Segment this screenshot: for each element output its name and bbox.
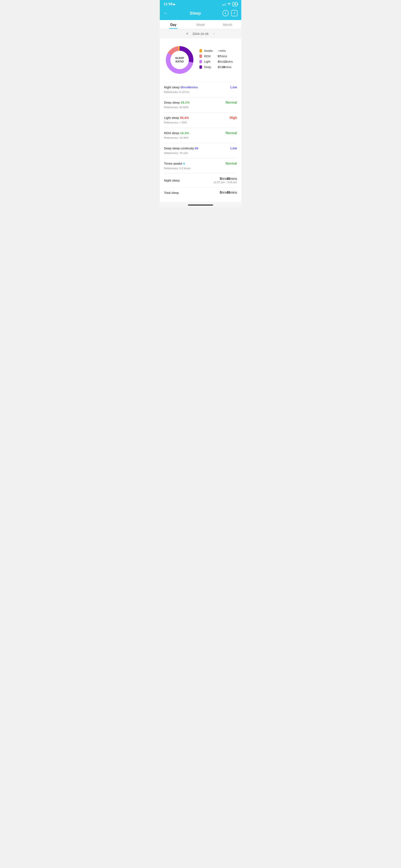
- stats-section: Night sleep 5hrs48mins Low References: 6…: [164, 82, 237, 198]
- stat-rem-sleep: REM sleep 16.3% Normal References: 10-30…: [164, 128, 237, 143]
- rem-label: REM: [204, 55, 216, 58]
- legend-light: Light 3hrs13mins: [199, 60, 237, 63]
- night-sleep-value: 5hrs48mins: [181, 86, 198, 89]
- light-color-dot: [199, 60, 202, 63]
- rem-sleep-status: Normal: [225, 131, 237, 135]
- times-awake-ref: References: 0-2 times: [164, 167, 190, 170]
- awake-color-dot: [199, 49, 202, 53]
- bottom-bar: [160, 202, 241, 207]
- stat-deep-continuity: Deep sleep continuity 60 Low References:…: [164, 143, 237, 158]
- header-icons: ℹ 7: [222, 10, 238, 16]
- location-icon: ▶: [173, 3, 176, 6]
- battery-icon: 36: [232, 2, 238, 6]
- tab-week[interactable]: Week: [187, 20, 214, 29]
- legend-rem: REM 57mins: [199, 55, 237, 58]
- night-sleep-status: Low: [230, 86, 237, 89]
- current-date: 2024-10-26: [192, 32, 209, 35]
- light-sleep-ref: References: < 55%: [164, 121, 187, 124]
- legend-awake: Awake --mins: [199, 49, 237, 53]
- status-right: 36: [222, 2, 238, 6]
- tab-month[interactable]: Month: [214, 20, 241, 29]
- main-content: SLEEP RATIO Awake --mins REM 57mins: [160, 38, 241, 202]
- night-sleep-summary-right: 5hrs48mins 11:57 pm - 5:45 am: [213, 177, 237, 184]
- prev-date-button[interactable]: <: [186, 32, 188, 36]
- total-sleep-label: Total sleep: [164, 191, 179, 194]
- wifi-icon: [227, 2, 231, 6]
- home-indicator: [188, 205, 213, 206]
- next-date-button[interactable]: >: [213, 32, 215, 36]
- status-bar: 11:58 ▶ 36: [160, 0, 241, 8]
- times-awake-value: 0: [183, 162, 185, 165]
- awake-value: --mins: [218, 49, 226, 53]
- date-nav: < 2024-10-26 >: [160, 29, 241, 38]
- deep-sleep-status: Normal: [225, 101, 237, 104]
- stat-night-sleep: Night sleep 5hrs48mins Low References: 6…: [164, 82, 237, 97]
- legend-deep: Deep 1hr38mins: [199, 65, 237, 69]
- night-sleep-summary-label: Night sleep: [164, 179, 180, 182]
- deep-sleep-value: 28.1%: [181, 101, 190, 104]
- rem-color-dot: [199, 55, 202, 58]
- page-title: Sleep: [190, 11, 201, 16]
- back-button[interactable]: ←: [163, 10, 168, 16]
- awake-label: Awake: [204, 49, 216, 53]
- light-sleep-status: High: [229, 116, 237, 120]
- app-header: ← Sleep ℹ 7: [160, 8, 241, 20]
- stat-light-sleep: Light sleep 55.4% High References: < 55%: [164, 113, 237, 128]
- status-time: 11:58 ▶: [163, 2, 176, 6]
- deep-color-dot: [199, 65, 202, 69]
- rem-value: 57mins: [218, 55, 227, 58]
- night-sleep-timerange: 11:57 pm - 5:45 am: [213, 181, 237, 184]
- tab-day[interactable]: Day: [160, 20, 187, 29]
- sleep-ratio-section: SLEEP RATIO Awake --mins REM 57mins: [164, 42, 237, 75]
- sleep-legend: Awake --mins REM 57mins Light 3hrs13mins: [199, 49, 237, 71]
- stat-deep-sleep: Deep sleep 28.1% Normal References: 20-6…: [164, 97, 237, 113]
- deep-continuity-value: 60: [195, 147, 198, 150]
- times-awake-label: Times awake 0: [164, 162, 185, 165]
- deep-sleep-label: Deep sleep 28.1%: [164, 101, 190, 104]
- total-sleep-row: Total sleep 5hrs48mins: [164, 187, 237, 198]
- sleep-donut-chart: SLEEP RATIO: [164, 44, 195, 75]
- deep-sleep-ref: References: 20-60%: [164, 106, 189, 109]
- info-button[interactable]: ℹ: [222, 10, 229, 16]
- stat-times-awake: Times awake 0 Normal References: 0-2 tim…: [164, 158, 237, 174]
- times-awake-status: Normal: [225, 162, 237, 165]
- total-sleep-value: 5hrs48mins: [220, 191, 237, 194]
- light-sleep-label: Light sleep 55.4%: [164, 116, 189, 120]
- tab-bar: Day Week Month: [160, 20, 241, 29]
- light-sleep-value: 55.4%: [180, 116, 189, 120]
- deep-label: Deep: [204, 65, 216, 69]
- night-sleep-duration: 5hrs48mins: [213, 177, 237, 181]
- signal-icon: [222, 3, 226, 6]
- rem-sleep-value: 16.3%: [180, 131, 189, 135]
- light-label: Light: [204, 60, 216, 63]
- donut-center-label: SLEEP RATIO: [175, 56, 184, 63]
- night-sleep-ref: References: 6-10 hrs: [164, 90, 189, 94]
- night-sleep-label: Night sleep 5hrs48mins: [164, 86, 198, 89]
- rem-sleep-label: REM sleep 16.3%: [164, 131, 189, 135]
- rem-sleep-ref: References: 10-30%: [164, 136, 189, 140]
- deep-continuity-status: Low: [230, 147, 237, 150]
- deep-continuity-label: Deep sleep continuity 60: [164, 147, 198, 150]
- deep-value: 1hr38mins: [218, 65, 231, 69]
- battery-level: 36: [234, 3, 236, 6]
- deep-continuity-ref: References: 70-100: [164, 151, 188, 155]
- light-value: 3hrs13mins: [218, 60, 233, 63]
- time-display: 11:58: [163, 2, 173, 6]
- calendar-button[interactable]: 7: [231, 10, 238, 16]
- night-sleep-summary: Night sleep 5hrs48mins 11:57 pm - 5:45 a…: [164, 174, 237, 187]
